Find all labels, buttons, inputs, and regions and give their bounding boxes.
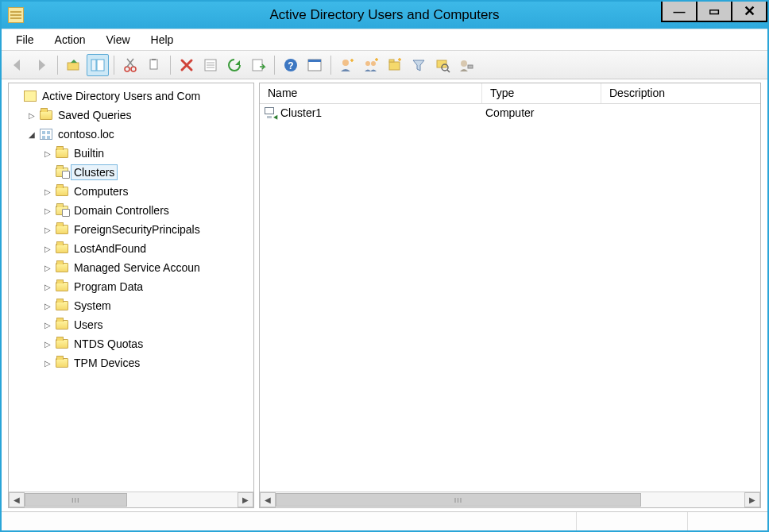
tree-node-msa[interactable]: ▷ Managed Service Accoun [9,258,253,277]
svg-rect-27 [468,65,473,68]
tree[interactable]: Active Directory Users and Com ▷ Saved Q… [9,83,253,492]
export-list-button[interactable] [247,54,269,76]
tree-label: Builtin [71,145,107,161]
titlebar[interactable]: Active Directory Users and Computers — ▭… [2,2,767,29]
svg-rect-13 [253,60,262,71]
expander-icon[interactable]: ▷ [42,226,53,234]
expander-icon[interactable]: ▷ [42,283,53,291]
cell-type-text: Computer [482,106,601,119]
expander-icon[interactable]: ▷ [42,245,53,253]
statusbar [2,511,767,530]
svg-rect-2 [97,60,104,71]
scroll-track[interactable]: III [276,492,744,507]
expander-icon[interactable]: ▷ [42,340,53,349]
menu-action[interactable]: Action [45,30,95,49]
nav-back-button[interactable] [6,54,29,76]
menu-help[interactable]: Help [141,30,184,49]
column-header-description[interactable]: Description [601,83,760,103]
list-body[interactable]: Cluster1 Computer [260,104,760,492]
refresh-button[interactable] [223,54,245,76]
tree-node-clusters[interactable]: Clusters [9,163,253,182]
help-button[interactable]: ? [280,54,302,76]
status-segment [577,512,688,530]
list-item[interactable]: Cluster1 Computer [260,104,760,121]
folder-icon [55,299,69,312]
tree-label: Domain Controllers [71,202,172,218]
tree-node-users[interactable]: ▷ Users [9,315,253,334]
tree-node-domain[interactable]: ◢ contoso.loc [9,125,253,144]
new-group-button[interactable] [360,54,382,76]
copy-button[interactable] [143,54,165,76]
list-h-scrollbar[interactable]: ◀ III ▶ [260,492,760,507]
tree-label: Program Data [71,279,146,295]
scroll-track[interactable]: III [25,492,238,507]
nav-forward-button[interactable] [30,54,52,76]
app-window: Active Directory Users and Computers — ▭… [0,0,769,532]
tree-pane: Active Directory Users and Com ▷ Saved Q… [8,83,254,508]
filter-button[interactable] [408,54,430,76]
maximize-button[interactable]: ▭ [696,2,732,22]
computer-icon [265,107,277,118]
folder-icon [39,109,53,121]
menubar: File Action View Help [2,29,767,51]
tree-node-computers[interactable]: ▷ Computers [9,182,253,201]
domain-icon [39,128,53,141]
expander-icon[interactable]: ▷ [42,321,53,330]
list-header: Name Type Description [260,83,760,104]
show-hide-tree-button[interactable] [87,54,109,76]
tree-node-domain-controllers[interactable]: ▷ Domain Controllers [9,201,253,220]
tree-label: Clusters [71,164,118,180]
tree-node-ntds-quotas[interactable]: ▷ NTDS Quotas [9,334,253,353]
column-header-type[interactable]: Type [482,83,601,103]
scroll-left-button[interactable]: ◀ [260,492,276,507]
svg-point-20 [371,61,376,66]
app-icon [8,7,24,23]
scroll-thumb[interactable]: III [276,493,641,507]
find-button[interactable] [431,54,454,76]
menu-view[interactable]: View [96,30,139,49]
expander-icon[interactable]: ▷ [42,149,53,158]
scroll-right-button[interactable]: ▶ [744,492,760,507]
expander-icon[interactable]: ▷ [42,264,53,272]
client-area: Active Directory Users and Com ▷ Saved Q… [2,79,767,511]
tree-h-scrollbar[interactable]: ◀ III ▶ [9,492,253,507]
tree-node-tpm-devices[interactable]: ▷ TPM Devices [9,353,253,372]
action-pane-button[interactable] [303,54,326,76]
new-user-button[interactable] [336,54,358,76]
scroll-left-button[interactable]: ◀ [9,492,25,507]
tree-node-system[interactable]: ▷ System [9,296,253,315]
svg-line-25 [447,70,450,72]
close-button[interactable]: ✕ [731,2,767,22]
expander-icon[interactable]: ▷ [42,359,53,368]
svg-rect-22 [389,60,394,62]
minimize-button[interactable]: — [661,2,698,22]
tree-node-saved-queries[interactable]: ▷ Saved Queries [9,106,253,125]
properties-button[interactable] [199,54,222,76]
svg-point-26 [461,60,467,67]
expander-icon[interactable]: ▷ [26,111,37,120]
ou-icon [55,166,69,179]
delete-button[interactable] [176,54,198,76]
expander-icon[interactable]: ▷ [42,206,53,215]
svg-rect-7 [150,60,157,69]
toolbar-separator [274,56,275,75]
svg-rect-1 [91,60,96,71]
up-folder-button[interactable] [63,54,85,76]
aduc-root-icon [23,90,37,102]
menu-file[interactable]: File [6,30,44,49]
tree-node-fsp[interactable]: ▷ ForeignSecurityPrincipals [9,220,253,239]
new-ou-button[interactable] [384,54,406,76]
expander-icon[interactable]: ◢ [26,130,37,139]
scroll-thumb[interactable]: III [25,493,127,507]
expander-icon[interactable]: ▷ [42,302,53,310]
tree-node-lostandfound[interactable]: ▷ LostAndFound [9,239,253,258]
column-header-name[interactable]: Name [260,83,482,103]
expander-icon[interactable]: ▷ [42,187,53,196]
cut-button[interactable] [119,54,141,76]
svg-point-19 [365,61,370,66]
tree-node-root[interactable]: Active Directory Users and Com [9,87,253,106]
tree-node-builtin[interactable]: ▷ Builtin [9,144,253,163]
add-criteria-button[interactable] [455,54,477,76]
tree-node-program-data[interactable]: ▷ Program Data [9,277,253,296]
scroll-right-button[interactable]: ▶ [238,492,253,507]
